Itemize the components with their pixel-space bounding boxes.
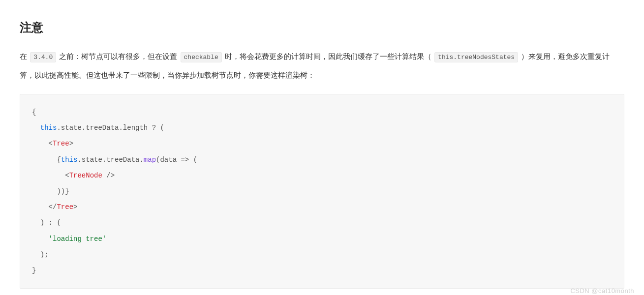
code-text: (data => ( xyxy=(156,156,197,164)
watermark: CSDN @cat10month xyxy=(570,287,634,295)
text-segment: 在 xyxy=(20,52,29,60)
code-text: </ xyxy=(32,203,57,211)
code-text: > xyxy=(73,203,77,211)
text-segment: 之前：树节点可以有很多，但在设置 xyxy=(57,52,179,60)
code-text: .state.treeData. xyxy=(77,156,143,164)
code-text: < xyxy=(32,140,53,148)
inline-code-version: 3.4.0 xyxy=(30,52,56,62)
code-tag-tree: Tree xyxy=(57,203,73,211)
inline-code-treenodesstates: this.treeNodesStates xyxy=(434,52,518,62)
code-line: ) : ( xyxy=(32,219,61,227)
code-function-map: map xyxy=(144,156,156,164)
code-string: 'loading tree' xyxy=(49,235,107,243)
code-line: { xyxy=(32,108,36,116)
code-text: .state.treeData.length ? ( xyxy=(57,124,164,132)
description-paragraph: 在 3.4.0 之前：树节点可以有很多，但在设置 checkable 时，将会花… xyxy=(20,47,624,84)
code-indent xyxy=(32,235,49,243)
code-tag-tree: Tree xyxy=(53,140,69,148)
code-keyword-this: this xyxy=(40,124,57,132)
code-line: ))} xyxy=(32,187,69,195)
code-indent xyxy=(32,124,40,132)
code-tag-treenode: TreeNode xyxy=(69,172,102,179)
code-text: > xyxy=(69,140,73,148)
code-text: /> xyxy=(102,172,115,179)
code-keyword-this: this xyxy=(61,156,78,164)
code-line: ); xyxy=(32,251,49,259)
code-line: } xyxy=(32,266,36,274)
text-segment: 时，将会花费更多的计算时间，因此我们缓存了一些计算结果（ xyxy=(223,52,433,60)
section-heading: 注意 xyxy=(20,20,624,35)
code-example-block: { this.state.treeData.length ? ( <Tree> … xyxy=(20,94,624,289)
code-text: { xyxy=(32,156,61,164)
code-text: < xyxy=(32,172,69,179)
inline-code-checkable: checkable xyxy=(181,52,222,62)
